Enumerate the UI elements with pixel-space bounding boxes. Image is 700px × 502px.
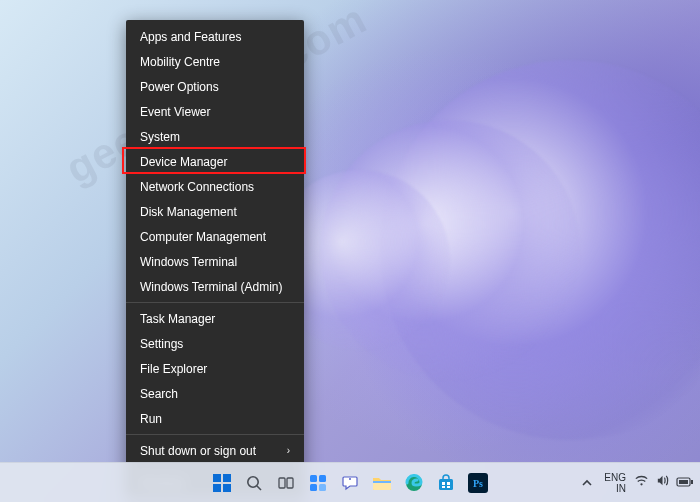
- menu-item-settings[interactable]: Settings: [126, 331, 304, 356]
- menu-item-label: Run: [140, 412, 162, 426]
- svg-rect-16: [439, 479, 453, 490]
- menu-item-task-manager[interactable]: Task Manager: [126, 306, 304, 331]
- menu-item-label: Device Manager: [140, 155, 227, 169]
- speaker-icon[interactable]: [655, 473, 670, 492]
- svg-text:Ps: Ps: [473, 478, 483, 489]
- taskbar: Ps ENG IN: [0, 462, 700, 502]
- menu-item-windows-terminal[interactable]: Windows Terminal: [126, 249, 304, 274]
- menu-item-label: Shut down or sign out: [140, 444, 256, 458]
- menu-separator: [126, 434, 304, 435]
- winx-context-menu: Apps and FeaturesMobility CentrePower Op…: [126, 20, 304, 497]
- menu-item-label: Computer Management: [140, 230, 266, 244]
- menu-item-event-viewer[interactable]: Event Viewer: [126, 99, 304, 124]
- svg-rect-25: [691, 480, 693, 484]
- menu-item-windows-terminal-admin[interactable]: Windows Terminal (Admin): [126, 274, 304, 299]
- svg-rect-10: [310, 484, 317, 491]
- menu-item-label: Power Options: [140, 80, 219, 94]
- svg-rect-2: [213, 484, 221, 492]
- lang-bottom: IN: [604, 483, 626, 494]
- menu-item-label: Apps and Features: [140, 30, 241, 44]
- menu-item-disk-management[interactable]: Disk Management: [126, 199, 304, 224]
- menu-item-shut-down-or-sign-out[interactable]: Shut down or sign out›: [126, 438, 304, 463]
- wifi-icon[interactable]: [634, 473, 649, 492]
- menu-item-computer-management[interactable]: Computer Management: [126, 224, 304, 249]
- svg-line-5: [257, 486, 261, 490]
- menu-item-system[interactable]: System: [126, 124, 304, 149]
- svg-point-4: [248, 476, 258, 486]
- taskbar-center: Ps: [209, 470, 491, 496]
- start-button[interactable]: [209, 470, 235, 496]
- menu-item-label: File Explorer: [140, 362, 207, 376]
- search-icon[interactable]: [241, 470, 267, 496]
- menu-item-label: Settings: [140, 337, 183, 351]
- menu-item-apps-and-features[interactable]: Apps and Features: [126, 24, 304, 49]
- svg-rect-9: [319, 475, 326, 482]
- edge-icon[interactable]: [401, 470, 427, 496]
- store-icon[interactable]: [433, 470, 459, 496]
- svg-rect-17: [442, 482, 445, 485]
- desktop-wallpaper: geekermag.com Apps and FeaturesMobility …: [0, 0, 700, 502]
- menu-item-label: Task Manager: [140, 312, 215, 326]
- svg-point-12: [349, 478, 351, 480]
- svg-point-23: [640, 483, 642, 485]
- svg-rect-11: [319, 484, 326, 491]
- menu-item-label: Mobility Centre: [140, 55, 220, 69]
- menu-item-power-options[interactable]: Power Options: [126, 74, 304, 99]
- menu-item-label: Network Connections: [140, 180, 254, 194]
- menu-item-network-connections[interactable]: Network Connections: [126, 174, 304, 199]
- svg-rect-26: [679, 480, 688, 484]
- menu-item-search[interactable]: Search: [126, 381, 304, 406]
- svg-rect-1: [223, 474, 231, 482]
- menu-item-label: Disk Management: [140, 205, 237, 219]
- menu-separator: [126, 302, 304, 303]
- svg-rect-8: [310, 475, 317, 482]
- menu-item-label: Search: [140, 387, 178, 401]
- menu-item-mobility-centre[interactable]: Mobility Centre: [126, 49, 304, 74]
- svg-rect-6: [279, 478, 285, 488]
- battery-icon[interactable]: [676, 474, 694, 492]
- svg-rect-7: [287, 478, 293, 488]
- chevron-right-icon: ›: [287, 445, 290, 456]
- menu-item-label: Event Viewer: [140, 105, 210, 119]
- svg-rect-19: [442, 486, 445, 488]
- svg-rect-20: [447, 486, 450, 488]
- menu-item-label: System: [140, 130, 180, 144]
- menu-item-device-manager[interactable]: Device Manager: [126, 149, 304, 174]
- menu-item-run[interactable]: Run: [126, 406, 304, 431]
- svg-rect-0: [213, 474, 221, 482]
- file-explorer-icon[interactable]: [369, 470, 395, 496]
- system-tray: ENG IN: [578, 472, 694, 494]
- lang-top: ENG: [604, 472, 626, 483]
- task-view-icon[interactable]: [273, 470, 299, 496]
- photoshop-icon[interactable]: Ps: [465, 470, 491, 496]
- menu-item-label: Windows Terminal: [140, 255, 237, 269]
- language-indicator[interactable]: ENG IN: [604, 472, 626, 494]
- menu-item-label: Windows Terminal (Admin): [140, 280, 282, 294]
- widgets-icon[interactable]: [305, 470, 331, 496]
- menu-item-file-explorer[interactable]: File Explorer: [126, 356, 304, 381]
- svg-rect-18: [447, 482, 450, 485]
- tray-overflow-chevron-icon[interactable]: [578, 472, 596, 494]
- svg-rect-3: [223, 484, 231, 492]
- svg-rect-14: [373, 481, 391, 483]
- chat-icon[interactable]: [337, 470, 363, 496]
